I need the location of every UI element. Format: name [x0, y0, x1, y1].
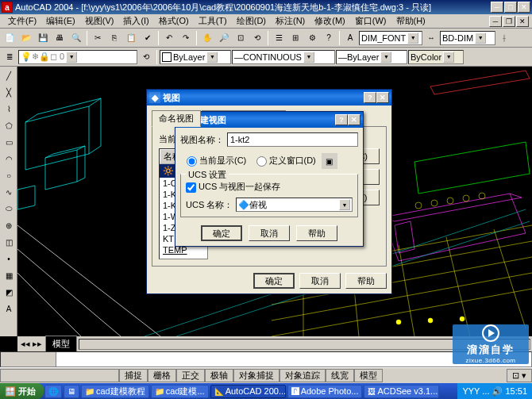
- ucs-save-check[interactable]: UCS 与视图一起保存: [186, 182, 280, 191]
- tab-model[interactable]: 模型: [45, 336, 77, 352]
- osnap-toggle[interactable]: 对象捕捉: [233, 369, 279, 382]
- mdi-restore-button[interactable]: ❐: [503, 16, 515, 27]
- task-item[interactable]: 🅿Adobe Photo...: [287, 385, 363, 398]
- menu-file[interactable]: 文件(F): [3, 13, 41, 29]
- menu-draw[interactable]: 绘图(D): [232, 13, 271, 29]
- task-item[interactable]: 📁cad建模...: [151, 385, 209, 398]
- open-icon[interactable]: 📂: [18, 30, 34, 46]
- insert-icon[interactable]: ⊕: [1, 217, 17, 233]
- view-name-input[interactable]: [227, 132, 358, 147]
- minimize-button[interactable]: ─: [491, 2, 503, 13]
- ucs-save-checkbox[interactable]: [186, 182, 196, 193]
- block-icon[interactable]: ◫: [1, 234, 17, 250]
- point-icon[interactable]: •: [1, 251, 17, 267]
- rect-icon[interactable]: ▭: [1, 134, 17, 150]
- maximize-button[interactable]: □: [504, 2, 517, 13]
- grid-toggle[interactable]: 栅格: [148, 369, 176, 382]
- define-window-icon[interactable]: ▣: [322, 153, 337, 169]
- radio-current-input[interactable]: [187, 156, 197, 167]
- lwt-toggle[interactable]: 线宽: [326, 369, 354, 382]
- cut-icon[interactable]: ✂: [90, 30, 106, 46]
- mdi-min-button[interactable]: ─: [489, 16, 502, 27]
- cancel-button[interactable]: 取消: [299, 273, 341, 289]
- menu-edit[interactable]: 编辑(E): [41, 13, 80, 29]
- font-combo[interactable]: DIM_FONT▼: [359, 31, 422, 45]
- arc-icon[interactable]: ◠: [1, 151, 17, 167]
- quicklaunch-desktop-icon[interactable]: 🖥: [64, 385, 79, 398]
- mtext-icon[interactable]: A: [1, 301, 17, 317]
- polygon-icon[interactable]: ⬠: [1, 117, 17, 133]
- quicklaunch-ie-icon[interactable]: 🌐: [44, 385, 62, 398]
- radio-current[interactable]: 当前显示(C): [187, 155, 246, 165]
- dim-tool-icon[interactable]: ⟊: [496, 30, 512, 46]
- new-view-title[interactable]: ◆ 新建视图 ? ✕: [175, 112, 363, 128]
- tab-named[interactable]: 命名视图: [152, 110, 201, 127]
- cancel-button[interactable]: 取消: [249, 225, 290, 241]
- print-icon[interactable]: 🖶: [52, 30, 67, 46]
- dialog-help-button[interactable]: ?: [364, 92, 376, 103]
- radio-define-input[interactable]: [256, 156, 267, 167]
- snap-toggle[interactable]: 捕捉: [119, 369, 148, 382]
- help-icon[interactable]: ?: [321, 30, 337, 46]
- task-item[interactable]: 📐AutoCAD 200...: [210, 385, 286, 398]
- dc-icon[interactable]: ⊞: [287, 30, 303, 46]
- start-button[interactable]: 🪟 开始: [0, 383, 44, 399]
- dialog-help-button[interactable]: ?: [335, 114, 348, 125]
- layer-prev-icon[interactable]: ⟲: [138, 49, 154, 65]
- task-item[interactable]: 🖼ACDSee v3.1...: [364, 385, 439, 398]
- spline-icon[interactable]: ∿: [1, 184, 17, 200]
- mdi-close-button[interactable]: ✕: [516, 16, 529, 27]
- help-button[interactable]: 帮助: [345, 273, 387, 289]
- ok-button[interactable]: 确定: [253, 273, 295, 289]
- text-icon[interactable]: A: [342, 30, 358, 46]
- status-tray[interactable]: ⊡ ▾: [507, 369, 532, 382]
- region-icon[interactable]: ◩: [1, 284, 17, 300]
- menu-view[interactable]: 视图(V): [80, 13, 119, 29]
- pan-icon[interactable]: ✋: [199, 30, 215, 46]
- system-tray[interactable]: YYY ... 🔊 15:51: [457, 383, 532, 399]
- hatch-icon[interactable]: ▦: [1, 267, 17, 283]
- tool-icon[interactable]: ⚙: [304, 30, 320, 46]
- menu-window[interactable]: 窗口(W): [350, 13, 391, 29]
- paste-icon[interactable]: 📋: [123, 30, 139, 46]
- menu-insert[interactable]: 插入(I): [118, 13, 153, 29]
- color-combo[interactable]: ByLayer▼: [160, 50, 231, 64]
- zoom-prev-icon[interactable]: ⟲: [249, 30, 265, 46]
- dim-combo[interactable]: BD-DIM▼: [440, 31, 495, 45]
- circle-icon[interactable]: ○: [1, 167, 17, 183]
- polar-toggle[interactable]: 极轴: [205, 369, 233, 382]
- menu-modify[interactable]: 修改(M): [310, 13, 350, 29]
- menu-tools[interactable]: 工具(T): [194, 13, 232, 29]
- plotstyle-combo[interactable]: ByColor▼: [408, 50, 464, 64]
- ucs-name-combo[interactable]: 🔷 俯视 ▼: [236, 198, 353, 212]
- layer-combo[interactable]: 💡❄🔒◻ 0▼: [18, 50, 137, 64]
- menu-format[interactable]: 格式(O): [154, 13, 194, 29]
- dim-icon[interactable]: ↔: [423, 30, 439, 46]
- linetype-combo[interactable]: — CONTINUOUS▼: [232, 50, 335, 64]
- menu-help[interactable]: 帮助(H): [391, 13, 430, 29]
- new-icon[interactable]: 📄: [2, 30, 17, 46]
- copy-icon[interactable]: ⎘: [106, 30, 122, 46]
- save-icon[interactable]: 💾: [35, 30, 51, 46]
- zoom-win-icon[interactable]: ⊡: [233, 30, 249, 46]
- dialog-close-button[interactable]: ✕: [348, 114, 360, 125]
- preview-icon[interactable]: 🔍: [68, 30, 84, 46]
- view-dialog-title[interactable]: ◆ 视图 ? ✕: [147, 90, 391, 106]
- model-toggle[interactable]: 模型: [354, 369, 383, 382]
- xline-icon[interactable]: ╳: [1, 84, 17, 100]
- zoom-rt-icon[interactable]: 🔎: [216, 30, 232, 46]
- dialog-close-button[interactable]: ✕: [376, 92, 389, 103]
- undo-icon[interactable]: ↶: [161, 30, 177, 46]
- layer-mgr-icon[interactable]: ≣: [2, 49, 17, 65]
- task-item[interactable]: 📁cad建模教程: [81, 385, 149, 398]
- ellipse-icon[interactable]: ⬭: [1, 201, 17, 217]
- menu-dim[interactable]: 标注(N): [271, 13, 310, 29]
- match-icon[interactable]: ✔: [140, 30, 156, 46]
- radio-define[interactable]: 定义窗口(D): [256, 155, 316, 165]
- line-icon[interactable]: ╱: [1, 67, 17, 83]
- ortho-toggle[interactable]: 正交: [176, 369, 205, 382]
- close-button[interactable]: ✕: [518, 2, 530, 13]
- pline-icon[interactable]: ⌇: [1, 101, 17, 117]
- otrack-toggle[interactable]: 对象追踪: [279, 369, 326, 382]
- ok-button[interactable]: 确定: [201, 225, 242, 241]
